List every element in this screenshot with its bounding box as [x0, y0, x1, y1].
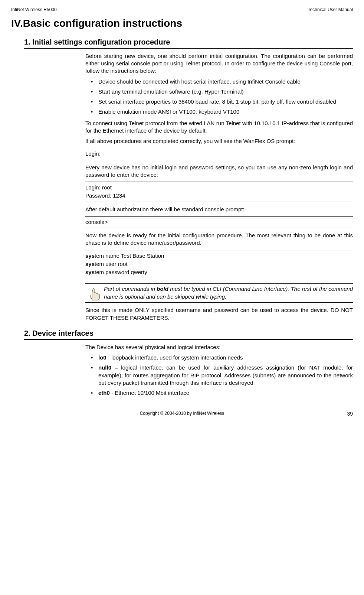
chapter-title: IV.Basic configuration instructions: [11, 16, 353, 30]
list-item: null0 – logical interface, can be used f…: [85, 364, 353, 387]
paragraph: If all above procedures are completed co…: [85, 137, 353, 145]
section-2-title: 2. Device interfaces: [24, 328, 353, 340]
section-1-title: 1. Initial settings configuration proced…: [24, 37, 353, 49]
header-left: InfiNet Wireless R5000: [11, 7, 57, 13]
list-item: Start any terminal emulation software (e…: [85, 88, 353, 95]
list-item: lo0 - loopback interface, used for syste…: [85, 354, 353, 361]
note-bold: bold: [157, 286, 168, 292]
command-line: console>: [85, 218, 353, 226]
command-line: Login: root: [85, 184, 353, 191]
paragraph: To connect using Telnet protocol from th…: [85, 120, 353, 135]
cmd-rest: tem user root: [95, 261, 127, 267]
command-block: Login:: [85, 148, 353, 160]
hand-pointing-icon: [85, 285, 104, 301]
command-line: system name Test Base Station: [85, 252, 353, 260]
footer-spacer: [11, 410, 26, 417]
page-header: InfiNet Wireless R5000 Technical User Ma…: [11, 7, 353, 13]
paragraph: After default authorization there will b…: [85, 206, 353, 213]
command-block: system name Test Base Station system use…: [85, 250, 353, 279]
header-right: Technical User Manual: [308, 7, 353, 13]
command-line: Password: 1234: [85, 192, 353, 199]
list-item: eth0 - Ethernet 10/100 Mbit interface: [85, 389, 353, 397]
command-line: Login:: [85, 150, 353, 157]
iface-sep: –: [111, 364, 121, 371]
command-line: system password qwerty: [85, 269, 353, 276]
iface-text: loopback interface, used for system inte…: [111, 354, 243, 361]
paragraph: Every new device has no initial login an…: [85, 164, 353, 179]
footer-page-number: 39: [338, 410, 353, 417]
iface-sep: -: [110, 390, 115, 396]
iface-sep: -: [106, 354, 111, 361]
list-item: Device should be connected with host ser…: [85, 78, 353, 85]
note-pre: Part of commands in: [104, 286, 157, 292]
section-2-body: The Device has several physical and logi…: [85, 344, 353, 397]
list-item: Enable emulation mode ANSI or VT100, key…: [85, 108, 353, 116]
command-block: Login: root Password: 1234: [85, 182, 353, 202]
command-block: console>: [85, 216, 353, 228]
iface-text: logical interface, can be used for auxil…: [98, 364, 353, 386]
paragraph: Now the device is ready for the initial …: [85, 232, 353, 247]
cmd-bold: sys: [85, 261, 95, 267]
paragraph: The Device has several physical and logi…: [85, 344, 353, 351]
note-box: Part of commands in bold must be typed i…: [85, 283, 353, 303]
iface-label: eth0: [98, 390, 110, 396]
bullet-list: lo0 - loopback interface, used for syste…: [85, 354, 353, 397]
iface-label: lo0: [98, 354, 106, 361]
page-footer: Copyright © 2004-2010 by InfiNet Wireles…: [11, 408, 353, 417]
cmd-bold: sys: [85, 253, 95, 259]
list-item: Set serial interface properties to 38400…: [85, 98, 353, 105]
iface-text: Ethernet 10/100 Mbit interface: [115, 390, 189, 396]
iface-label: null0: [98, 364, 111, 371]
section-1-body: Before starting new device, one should p…: [85, 52, 353, 322]
cmd-rest: tem name Test Base Station: [95, 253, 164, 259]
paragraph: Before starting new device, one should p…: [85, 52, 353, 75]
paragraph: Since this is made ONLY specified userna…: [85, 306, 353, 322]
footer-copyright: Copyright © 2004-2010 by InfiNet Wireles…: [26, 410, 338, 417]
cmd-bold: sys: [85, 269, 95, 275]
cmd-rest: tem password qwerty: [95, 269, 147, 275]
command-line: system user root: [85, 260, 353, 268]
note-text: Part of commands in bold must be typed i…: [104, 285, 353, 300]
bullet-list: Device should be connected with host ser…: [85, 78, 353, 116]
